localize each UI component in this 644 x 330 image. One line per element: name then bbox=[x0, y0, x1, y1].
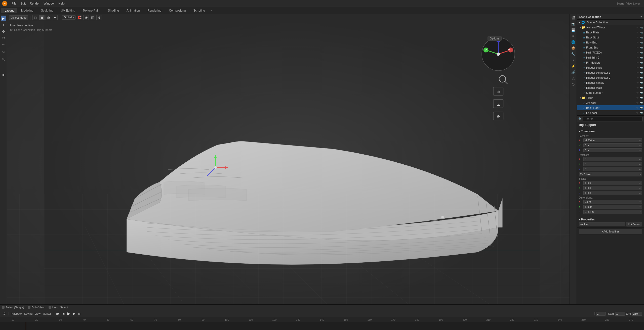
tab-uv-editing[interactable]: UV Editing bbox=[57, 8, 79, 13]
vis-render-3f[interactable]: 📷 bbox=[639, 101, 643, 105]
menu-render[interactable]: Render bbox=[28, 1, 42, 6]
vis-eye-rm[interactable]: 👁 bbox=[635, 86, 639, 89]
options-button[interactable]: Options bbox=[488, 36, 502, 41]
vis-render-rc1[interactable]: 📷 bbox=[639, 71, 643, 74]
vis-eye-rc1[interactable]: 👁 bbox=[635, 71, 639, 74]
properties-search-input[interactable] bbox=[583, 117, 642, 121]
add-workspace-tab[interactable]: + bbox=[209, 8, 214, 13]
collection-hull-things[interactable]: ▾ 📁 Hull and Things 👁 📷 bbox=[577, 25, 644, 30]
rotation-mode-dropdown[interactable]: XYZ Euler ▾ bbox=[579, 172, 642, 176]
vis-render-rh[interactable]: 📷 bbox=[639, 81, 643, 84]
edit-value-btn[interactable]: Edit Value bbox=[626, 222, 642, 226]
item-rudder-connector-2[interactable]: △ Rudder connector 2 👁 📷 bbox=[577, 75, 644, 80]
item-back-strut[interactable]: △ Back Strut 👁 📷 bbox=[577, 35, 644, 40]
prop-icon-render[interactable]: 📷 bbox=[571, 21, 576, 27]
proportional-edit[interactable]: ◉ bbox=[83, 15, 89, 20]
menu-file[interactable]: File bbox=[10, 1, 18, 6]
next-frame[interactable]: ▶ bbox=[72, 311, 76, 316]
prop-icon-physics[interactable]: ⚡ bbox=[571, 63, 576, 69]
vis-render-hf[interactable]: 📷 bbox=[639, 51, 643, 54]
vis-render-fs[interactable]: 📷 bbox=[639, 46, 643, 49]
vis-eye-ht[interactable]: 👁 bbox=[635, 56, 639, 59]
tab-compositing[interactable]: Compositing bbox=[166, 8, 189, 13]
prop-icon-modifier[interactable]: 🔧 bbox=[571, 51, 576, 57]
tab-layout[interactable]: Layout bbox=[1, 8, 17, 13]
viewport-3d[interactable]: User Perspective (0) Scene Collection | … bbox=[7, 21, 577, 310]
end-frame-input[interactable] bbox=[632, 312, 642, 316]
prop-icon-material[interactable]: ⬡ bbox=[571, 81, 576, 87]
vis-render-ht[interactable]: 📷 bbox=[639, 56, 643, 59]
tab-sculpting[interactable]: Sculpting bbox=[37, 8, 57, 13]
play-pause[interactable]: ▶ bbox=[66, 311, 71, 316]
loc-z-field[interactable]: 0 m ⇄ bbox=[583, 148, 642, 152]
item-end-floor[interactable]: △ End floor 👁 📷 bbox=[577, 110, 644, 115]
marker-label[interactable]: Marker bbox=[43, 312, 51, 315]
skip-to-end[interactable]: ⏭ bbox=[77, 311, 82, 316]
viewport-shading-solid[interactable]: ◼ bbox=[39, 15, 45, 20]
prop-icon-output[interactable]: 💾 bbox=[571, 27, 576, 33]
current-frame-input[interactable] bbox=[596, 312, 606, 316]
rot-y-field[interactable]: 0° ⇄ bbox=[583, 162, 642, 166]
outliner-filter-icon[interactable]: ▾ bbox=[640, 15, 642, 18]
viewport-shading-wire[interactable]: ◻ bbox=[32, 15, 38, 20]
prev-frame[interactable]: ◀ bbox=[61, 311, 65, 316]
tool-cursor[interactable]: ⌖ bbox=[1, 22, 6, 28]
item-slide-bumper[interactable]: △ Slide bumper 👁 📷 bbox=[577, 90, 644, 95]
tool-annotate[interactable]: ✎ bbox=[1, 57, 6, 62]
mode-selector[interactable]: Object Mode bbox=[9, 15, 28, 20]
props-section-header[interactable]: ▾ Properties bbox=[579, 217, 642, 222]
vis-eye-rb[interactable]: 👁 bbox=[635, 66, 639, 69]
prop-icon-constraints[interactable]: 🔗 bbox=[571, 69, 576, 75]
item-rudder-main[interactable]: △ Rudder Main 👁 📷 bbox=[577, 85, 644, 90]
vis-eye-bs[interactable]: 👁 bbox=[635, 36, 639, 39]
tool-rotate[interactable]: ↻ bbox=[1, 35, 6, 41]
item-rudder-back[interactable]: △ Rudder back 👁 📷 bbox=[577, 65, 644, 70]
tool-add[interactable]: ■ bbox=[1, 72, 6, 77]
item-front-strut[interactable]: △ Front Strut 👁 📷 bbox=[577, 45, 644, 50]
tab-rendering[interactable]: Rendering bbox=[144, 8, 165, 13]
boat-3d-view[interactable]: X Y Z ⊕ ☁ ⚙ bbox=[7, 21, 577, 310]
vis-render-sb[interactable]: 📷 bbox=[639, 91, 643, 95]
item-pin-holders[interactable]: △ Pin Holders 👁 📷 bbox=[577, 60, 644, 65]
snap-toggle[interactable]: 🧲 bbox=[77, 15, 82, 20]
rot-z-field[interactable]: 0° ⇄ bbox=[583, 167, 642, 171]
tool-move[interactable]: ✥ bbox=[1, 29, 6, 34]
tool-measure[interactable]: ​ bbox=[1, 63, 6, 69]
vis-render-ph[interactable]: 📷 bbox=[639, 61, 643, 64]
item-rudder-connector-1[interactable]: △ Rudder connector 1 👁 📷 bbox=[577, 70, 644, 75]
vis-render-be[interactable]: 📷 bbox=[639, 41, 643, 44]
prop-icon-data[interactable]: △ bbox=[571, 75, 576, 81]
menu-window[interactable]: Window bbox=[42, 1, 56, 6]
xray-toggle[interactable]: ◫ bbox=[90, 15, 95, 20]
prop-icon-object[interactable]: 📦 bbox=[571, 45, 576, 51]
vis-eye-ph[interactable]: 👁 bbox=[635, 61, 639, 64]
scale-z-field[interactable]: 1.000 ⇄ bbox=[583, 191, 642, 195]
vis-render-bs[interactable]: 📷 bbox=[639, 36, 643, 39]
tool-transform[interactable]: ◡ bbox=[1, 48, 6, 54]
vis-eye-be[interactable]: 👁 bbox=[635, 41, 639, 44]
vis-eye-bf[interactable]: 👁 bbox=[635, 106, 639, 110]
rot-x-field[interactable]: 0° ⇄ bbox=[583, 157, 642, 161]
vis-render-rc2[interactable]: 📷 bbox=[639, 76, 643, 79]
prop-icon-world[interactable]: 🌐 bbox=[571, 39, 576, 45]
tool-select[interactable]: ▶ bbox=[1, 16, 6, 21]
loc-x-field[interactable]: -4.934 m ⇄ bbox=[583, 138, 642, 142]
vis-eye-floor[interactable]: 👁 bbox=[635, 96, 639, 100]
skip-to-start[interactable]: ⏮ bbox=[55, 311, 60, 316]
transform-space[interactable]: Global ▾ bbox=[62, 15, 76, 20]
viewport-shading-render[interactable]: ● bbox=[52, 15, 58, 20]
item-back-floor[interactable]: △ Back Floor 👁 📷 bbox=[577, 105, 644, 110]
conform-field[interactable]: conform... bbox=[579, 222, 625, 226]
item-hull-fixed[interactable]: △ Hull (FIXED) 👁 📷 bbox=[577, 50, 644, 55]
vis-eye-ef[interactable]: 👁 bbox=[635, 111, 639, 115]
timeline-cursor[interactable] bbox=[26, 322, 26, 330]
vis-eye-3f[interactable]: 👁 bbox=[635, 101, 639, 105]
loc-y-field[interactable]: 0 m ⇄ bbox=[583, 143, 642, 147]
prop-icon-particles[interactable]: ✦ bbox=[571, 57, 576, 63]
vis-render-floor[interactable]: 📷 bbox=[639, 96, 643, 100]
item-rudder-handle[interactable]: △ Rudder handle 👁 📷 bbox=[577, 80, 644, 85]
tab-texture-paint[interactable]: Texture Paint bbox=[79, 8, 104, 13]
vis-render-rb[interactable]: 📷 bbox=[639, 66, 643, 69]
item-hull-trim-2[interactable]: △ Hull Trim 2 👁 📷 bbox=[577, 55, 644, 60]
vis-render[interactable]: 📷 bbox=[639, 26, 643, 29]
